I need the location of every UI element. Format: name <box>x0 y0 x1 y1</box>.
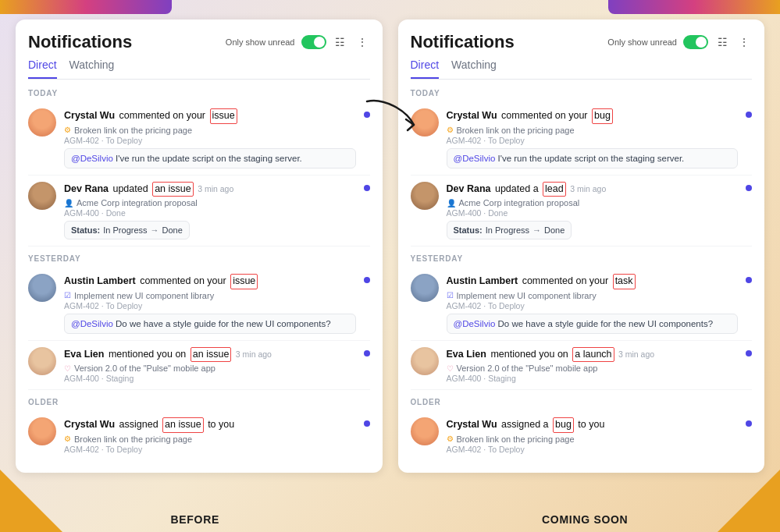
left-unread-dot-eva-1 <box>364 350 370 356</box>
left-notif-content-dev-1: Dev Rana updated an issue 3 min ago 👤 Ac… <box>64 182 356 240</box>
right-notif-title-1: Crystal Wu commented on your bug <box>447 108 739 124</box>
right-notif-sub-austin-1: ☑ Implement new UI component library <box>447 291 739 300</box>
right-unread-dot-eva-1 <box>746 350 752 356</box>
right-notif-sub-dev-1: 👤 Acme Corp integration proposal <box>447 198 739 207</box>
right-tabs: Direct Watching <box>411 59 753 80</box>
right-list-icon[interactable]: ☷ <box>714 34 730 50</box>
left-unread-dot-crystal-2 <box>364 420 370 427</box>
right-section-yesterday: YESTERDAY <box>411 254 753 263</box>
right-sub-icon-austin-1: ☑ <box>447 291 454 300</box>
right-unread-toggle[interactable] <box>683 35 708 49</box>
left-panel-header: Notifications Only show unread ☷ ⋮ <box>28 32 370 52</box>
right-notif-title-eva-1: Eva Lien mentioned you on a launch 3 min… <box>447 347 739 363</box>
right-sub-icon-dev-1: 👤 <box>447 199 456 207</box>
right-notif-meta-crystal-2: AGM-402 · To Deploy <box>447 445 739 454</box>
left-notif-crystal-2: Crystal Wu assigned an issue to you ⚙ Br… <box>28 411 370 460</box>
left-notif-sub-eva-1: ♡ Version 2.0 of the "Pulse" mobile app <box>64 364 356 373</box>
left-avatar-eva-1 <box>28 347 56 375</box>
right-notif-content-dev-1: Dev Rana updated a lead 3 min ago 👤 Acme… <box>447 182 739 240</box>
right-avatar-dev-1 <box>411 182 439 210</box>
left-avatar-crystal-1 <box>28 108 56 137</box>
left-notif-highlight-austin-1: issue <box>230 274 258 289</box>
left-notif-title-austin-1: Austin Lambert commented on your issue <box>64 274 356 289</box>
left-notif-sub-crystal-2: ⚙ Broken link on the pricing page <box>64 434 356 444</box>
main-container: Notifications Only show unread ☷ ⋮ Direc… <box>16 20 764 516</box>
right-panel-title: Notifications <box>411 32 515 52</box>
left-status-box-dev-1: Status: In Progress → Done <box>64 221 190 239</box>
left-notif-sub-dev-1: 👤 Acme Corp integration proposal <box>64 198 356 207</box>
right-notif-highlight-dev-1: lead <box>543 182 566 197</box>
left-tab-direct[interactable]: Direct <box>28 59 57 79</box>
left-avatar-dev-1 <box>28 182 56 210</box>
right-notif-sub-eva-1: ♡ Version 2.0 of the "Pulse" mobile app <box>447 364 739 373</box>
left-more-icon[interactable]: ⋮ <box>354 34 370 50</box>
right-notif-content-crystal-2: Crystal Wu assigned a bug to you ⚙ Broke… <box>447 417 739 454</box>
left-section-yesterday: YESTERDAY <box>28 254 370 263</box>
right-notif-eva-1: Eva Lien mentioned you on a launch 3 min… <box>411 341 753 391</box>
left-notif-meta-eva-1: AGM-400 · Staging <box>64 374 356 383</box>
right-notif-comment-1: @DeSilvio I've run the update script on … <box>447 148 739 168</box>
corner-decoration-top-right <box>608 0 780 14</box>
label-before: BEFORE <box>0 513 390 526</box>
right-notif-content-1: Crystal Wu commented on your bug ⚙ Broke… <box>447 108 739 168</box>
right-status-box-dev-1: Status: In Progress → Done <box>447 221 572 239</box>
left-section-older: OLDER <box>28 398 370 406</box>
left-notif-meta-dev-1: AGM-400 · Done <box>64 208 356 218</box>
left-notif-highlight-eva-1: an issue <box>191 347 232 363</box>
right-unread-dot-crystal-2 <box>746 420 752 427</box>
right-tab-direct[interactable]: Direct <box>411 59 440 79</box>
left-header-controls: Only show unread ☷ ⋮ <box>226 34 370 50</box>
left-notif-eva-1: Eva Lien mentioned you on an issue 3 min… <box>28 341 370 391</box>
right-panel-header: Notifications Only show unread ☷ ⋮ <box>411 32 753 52</box>
label-coming-soon: COMING SOON <box>390 513 781 526</box>
left-notif-title-dev-1: Dev Rana updated an issue 3 min ago <box>64 182 356 197</box>
right-avatar-austin-1 <box>411 274 439 302</box>
left-section-today: TODAY <box>28 89 370 98</box>
right-unread-dot-dev-1 <box>746 185 752 191</box>
right-notif-meta-eva-1: AGM-400 · Staging <box>447 374 739 383</box>
right-notif-content-austin-1: Austin Lambert commented on your task ☑ … <box>447 274 739 334</box>
right-notif-crystal-1: Crystal Wu commented on your bug ⚙ Broke… <box>411 102 753 176</box>
right-mention-1: @DeSilvio <box>454 154 496 163</box>
right-notif-title-crystal-2: Crystal Wu assigned a bug to you <box>447 417 739 433</box>
corner-decoration-top-left <box>0 0 172 14</box>
left-sub-icon-crystal-2: ⚙ <box>64 434 71 443</box>
left-notif-highlight-crystal-2: an issue <box>162 417 204 433</box>
right-notif-highlight-eva-1: a launch <box>572 347 614 363</box>
left-tab-watching[interactable]: Watching <box>69 59 115 79</box>
right-sub-icon-crystal-2: ⚙ <box>447 434 454 443</box>
right-panel: Notifications Only show unread ☷ ⋮ Direc… <box>398 20 765 473</box>
left-avatar-austin-1 <box>28 274 56 302</box>
right-notif-meta-austin-1: AGM-402 · To Deploy <box>447 301 739 310</box>
left-list-icon[interactable]: ☷ <box>333 34 348 50</box>
right-more-icon[interactable]: ⋮ <box>736 34 752 50</box>
right-mention-austin-1: @DeSilvio <box>454 319 496 328</box>
left-notif-content-1: Crystal Wu commented on your issue ⚙ Bro… <box>64 108 356 168</box>
left-notif-name-1: Crystal Wu <box>64 109 115 123</box>
right-notif-meta-1: AGM-402 · To Deploy <box>447 136 739 145</box>
right-avatar-eva-1 <box>411 347 439 375</box>
right-notif-highlight-austin-1: task <box>613 274 636 289</box>
right-notif-crystal-2: Crystal Wu assigned a bug to you ⚙ Broke… <box>411 411 753 460</box>
left-notif-content-crystal-2: Crystal Wu assigned an issue to you ⚙ Br… <box>64 417 356 454</box>
right-tab-watching[interactable]: Watching <box>451 59 497 79</box>
left-panel: Notifications Only show unread ☷ ⋮ Direc… <box>16 20 383 473</box>
right-section-today: TODAY <box>411 89 753 98</box>
left-unread-toggle[interactable] <box>301 35 326 49</box>
left-notif-title-eva-1: Eva Lien mentioned you on an issue 3 min… <box>64 347 356 363</box>
right-unread-dot-1 <box>746 112 752 118</box>
left-sub-icon-eva-1: ♡ <box>64 364 71 373</box>
left-notif-content-austin-1: Austin Lambert commented on your issue ☑… <box>64 274 356 334</box>
left-only-show-unread-label: Only show unread <box>226 37 295 47</box>
left-notif-dev-1: Dev Rana updated an issue 3 min ago 👤 Ac… <box>28 176 370 247</box>
right-notif-austin-1: Austin Lambert commented on your task ☑ … <box>411 268 753 341</box>
left-notif-content-eva-1: Eva Lien mentioned you on an issue 3 min… <box>64 347 356 384</box>
right-notif-comment-austin-1: @DeSilvio Do we have a style guide for t… <box>447 314 739 334</box>
left-notif-meta-1: AGM-402 · To Deploy <box>64 136 356 145</box>
left-notif-austin-1: Austin Lambert commented on your issue ☑… <box>28 268 370 341</box>
right-notif-highlight-1: bug <box>592 108 613 124</box>
right-header-controls: Only show unread ☷ ⋮ <box>607 34 752 50</box>
right-notif-highlight-crystal-2: bug <box>553 417 574 433</box>
arrow-annotation <box>359 90 422 140</box>
right-only-show-unread-label: Only show unread <box>607 37 677 47</box>
